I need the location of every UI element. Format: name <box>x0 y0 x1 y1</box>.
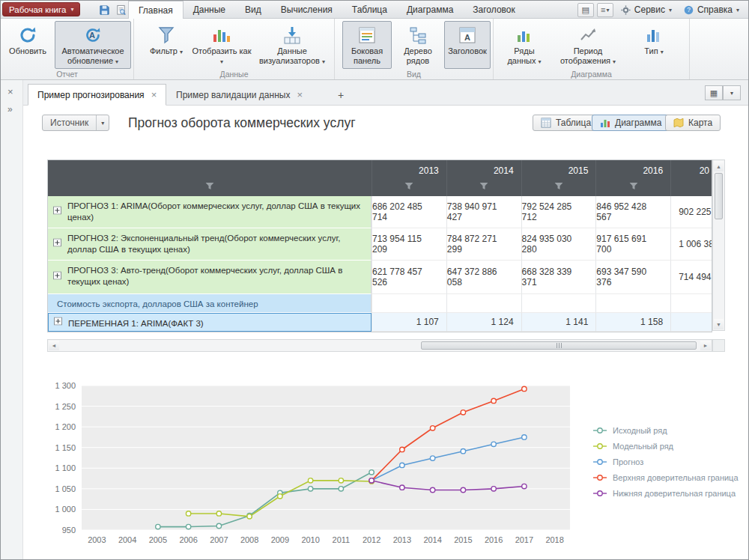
grid-column-header-2017-partial[interactable]: 20 <box>670 160 712 196</box>
new-tab-button[interactable]: + <box>329 84 353 106</box>
display-as-button[interactable]: Отобразить как ▾ <box>191 21 252 69</box>
close-panel-icon[interactable]: × <box>7 86 13 97</box>
scroll-down-icon[interactable]: ▼ <box>714 319 724 329</box>
legend-item-source-series[interactable]: Исходный ряд <box>592 426 739 435</box>
grid-column-header-2016[interactable]: 2016 <box>595 160 670 196</box>
table-view-button[interactable]: Таблица <box>533 115 599 131</box>
filter-funnel-icon[interactable] <box>554 180 562 193</box>
document-tab-validation[interactable]: Пример валидации данных × <box>167 84 312 106</box>
chart-type-button[interactable]: Тип ▾ <box>632 21 676 69</box>
grid-cell[interactable]: 713 954 115 209 <box>372 228 446 261</box>
header-toggle[interactable]: A Заголовок <box>444 21 491 69</box>
vertical-scroll-thumb[interactable] <box>715 173 723 219</box>
close-tab-icon[interactable]: × <box>297 90 303 100</box>
data-series-button[interactable]: Ряды данных ▾ <box>500 21 549 69</box>
grid-cell[interactable]: 902 225 <box>670 196 712 228</box>
expand-icon[interactable] <box>53 207 61 218</box>
menu-tab-table[interactable]: Таблица <box>342 1 397 19</box>
row-header-variable-1[interactable]: ПЕРЕМЕННАЯ 1: ARIMA(ФАКТ 3) <box>48 313 372 332</box>
grid-cell[interactable] <box>372 294 446 313</box>
table-vertical-scrollbar[interactable]: ▲ ▼ <box>712 159 725 331</box>
row-header-forecast-2[interactable]: ПРОГНОЗ 2: Экспоненциальный тренд(Оборот… <box>48 228 372 261</box>
grid-cell[interactable]: 824 935 030 280 <box>521 228 596 261</box>
menu-tab-calculations[interactable]: Вычисления <box>271 1 342 19</box>
grid-cell[interactable] <box>670 313 712 332</box>
expand-icon[interactable] <box>53 272 61 283</box>
menu-tab-header[interactable]: Заголовок <box>463 1 524 19</box>
grid-cell[interactable]: 792 524 285 712 <box>521 196 596 228</box>
grid-cell[interactable]: 738 940 971 427 <box>446 196 521 228</box>
document-tab-forecasting[interactable]: Пример прогнозирования × <box>28 84 166 106</box>
filter-funnel-icon[interactable] <box>480 180 488 193</box>
chart-type-label: Тип <box>644 46 658 55</box>
series-tree-button[interactable]: Дерево рядов <box>395 21 441 69</box>
scroll-up-icon[interactable]: ▲ <box>714 161 724 171</box>
row-label: ПРОГНОЗ 3: Авто-тренд(Оборот коммерчески… <box>67 266 342 286</box>
grid-column-header-2015[interactable]: 2015 <box>521 160 596 196</box>
legend-item-model-series[interactable]: Модельный ряд <box>592 442 739 451</box>
legend-item-forecast[interactable]: Прогноз <box>592 457 739 466</box>
close-tab-icon[interactable]: × <box>151 90 157 100</box>
print-preview-button[interactable] <box>113 3 128 16</box>
window-list-button[interactable]: ≡▾ <box>597 3 613 17</box>
grid-cell[interactable] <box>446 294 521 313</box>
legend-item-lower-bound[interactable]: Нижняя доверительная граница <box>592 489 739 498</box>
workbook-menu-label: Рабочая книга <box>9 5 66 14</box>
grid-cell[interactable]: 846 952 428 567 <box>595 196 670 228</box>
scroll-left-icon[interactable]: ◄ <box>49 341 59 350</box>
grid-cell[interactable]: 668 328 339 371 <box>521 261 596 294</box>
grid-cell[interactable]: 1 141 <box>521 313 596 332</box>
filter-funnel-icon[interactable] <box>405 180 413 193</box>
source-button[interactable]: Источник ▾ <box>42 115 109 131</box>
grid-cell[interactable] <box>670 294 712 313</box>
grid-cell[interactable]: 621 778 457 526 <box>372 261 446 294</box>
view-layout-button[interactable]: ▦ <box>705 85 723 100</box>
grid-cell[interactable]: 917 615 691 700 <box>595 228 670 261</box>
grid-cell[interactable]: 1 107 <box>372 313 446 332</box>
grid-cell[interactable]: 714 494 <box>670 261 712 294</box>
expand-icon[interactable] <box>54 317 62 328</box>
table-horizontal-scrollbar[interactable]: ◄ ► <box>47 339 712 352</box>
row-header-forecast-3[interactable]: ПРОГНОЗ 3: Авто-тренд(Оборот коммерчески… <box>48 261 372 294</box>
chevron-down-icon: ▾ <box>539 58 542 65</box>
tab-list-dropdown[interactable]: ▾ <box>723 85 741 100</box>
grid-cell[interactable]: 686 202 485 714 <box>372 196 446 228</box>
grid-cell[interactable]: 784 872 271 299 <box>446 228 521 261</box>
scroll-right-icon[interactable]: ► <box>700 341 711 350</box>
grid-cell[interactable]: 693 347 590 376 <box>595 261 670 294</box>
legend-item-upper-bound[interactable]: Верхняя доверительная граница <box>592 473 739 482</box>
grid-column-header-2014[interactable]: 2014 <box>446 160 521 196</box>
grid-cell[interactable] <box>595 294 670 313</box>
grid-column-header-2013[interactable]: 2013 <box>372 160 446 196</box>
window-layout-button[interactable]: ▤ <box>577 3 594 17</box>
filter-button[interactable]: Фильтр ▾ <box>145 21 188 69</box>
service-menu[interactable]: Сервис ▾ <box>616 4 676 15</box>
side-panel-toggle[interactable]: Боковая панель <box>342 21 392 69</box>
menu-tab-home[interactable]: Главная <box>128 1 184 19</box>
horizontal-scroll-thumb[interactable] <box>421 341 697 350</box>
auto-refresh-toggle[interactable]: A Автоматическое обновление ▾ <box>55 21 131 69</box>
grid-cell[interactable]: 1 158 <box>595 313 670 332</box>
refresh-button[interactable]: Обновить <box>5 21 50 69</box>
expand-panel-icon[interactable]: » <box>7 104 13 115</box>
save-button[interactable] <box>97 3 112 16</box>
grid-cell[interactable]: 1 006 383 <box>670 228 712 261</box>
menu-tab-chart[interactable]: Диаграмма <box>397 1 463 19</box>
grid-cell[interactable]: 1 124 <box>446 313 521 332</box>
expand-icon[interactable] <box>53 239 61 250</box>
filter-funnel-icon[interactable] <box>629 180 637 193</box>
grid-cell[interactable]: 647 372 886 058 <box>446 261 521 294</box>
menu-tab-view[interactable]: Вид <box>235 1 271 19</box>
row-header-export-cost[interactable]: Стоимость экспорта, долларов США за конт… <box>48 294 372 313</box>
help-menu[interactable]: ? Справка ▾ <box>679 4 744 15</box>
grid-corner-header[interactable] <box>48 160 372 196</box>
row-header-forecast-1[interactable]: ПРОГНОЗ 1: ARIMA(Оборот коммерческих усл… <box>48 196 372 228</box>
map-view-button[interactable]: Карта <box>665 115 721 131</box>
visualizer-data-button[interactable]: Данные визуализаторов ▾ <box>255 21 329 69</box>
filter-funnel-icon[interactable] <box>206 180 214 193</box>
chart-view-button[interactable]: Диаграмма <box>592 115 670 131</box>
grid-cell[interactable] <box>521 294 596 313</box>
menu-tab-data[interactable]: Данные <box>184 1 235 19</box>
display-period-button[interactable]: Период отображения ▾ <box>552 21 624 69</box>
workbook-menu-button[interactable]: Рабочая книга ▾ <box>2 2 80 16</box>
